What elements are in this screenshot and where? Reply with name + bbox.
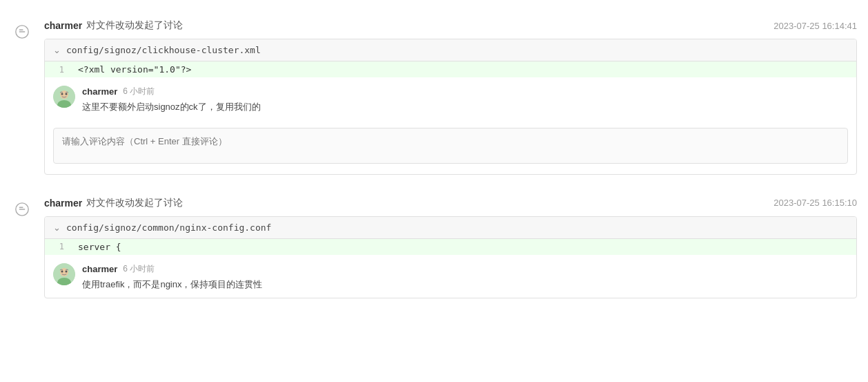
chevron-down-icon: ⌄ — [53, 45, 61, 55]
discussion-item: charmer 对文件改动发起了讨论 2023-07-25 16:14:41 ⌄… — [0, 11, 868, 183]
svg-point-11 — [66, 270, 68, 272]
avatar-face — [53, 263, 75, 285]
line-number: 1 — [45, 65, 72, 75]
svg-point-10 — [61, 270, 63, 272]
discussion-user: charmer — [44, 20, 82, 31]
comment-icon — [14, 24, 30, 39]
svg-point-5 — [66, 93, 68, 95]
code-line: 1 <?xml version="1.0"?> — [45, 61, 856, 77]
comment-time: 6 小时前 — [123, 86, 155, 97]
line-number: 1 — [45, 242, 72, 251]
comment-item: charmer 6 小时前 这里不要额外启动signoz的ck了，复用我们的 — [53, 86, 848, 114]
svg-point-4 — [61, 93, 63, 95]
comments-section: charmer 6 小时前 这里不要额外启动signoz的ck了，复用我们的 — [45, 77, 856, 114]
discussion-content: charmer 对文件改动发起了讨论 2023-07-25 16:15:10 ⌄… — [44, 197, 857, 299]
page-container: charmer 对文件改动发起了讨论 2023-07-25 16:14:41 ⌄… — [0, 0, 868, 382]
file-panel: ⌄ config/signoz/clickhouse-cluster.xml 1… — [44, 39, 857, 175]
file-panel: ⌄ config/signoz/common/nginx-config.conf… — [44, 216, 857, 299]
avatar-face — [53, 86, 75, 108]
comment-input-area — [45, 121, 856, 174]
discussion-icon — [11, 21, 33, 43]
comment-author: charmer — [82, 264, 117, 274]
code-line: 1 server { — [45, 239, 856, 255]
comment-item: charmer 6 小时前 使用traefik，而不是nginx，保持项目的连贯… — [53, 263, 848, 292]
avatar-svg — [53, 86, 75, 108]
file-header: ⌄ config/signoz/clickhouse-cluster.xml — [45, 39, 856, 61]
discussion-header: charmer 对文件改动发起了讨论 2023-07-25 16:14:41 — [44, 19, 857, 32]
comment-author: charmer — [82, 86, 117, 97]
line-code: server { — [72, 242, 121, 252]
discussion-user: charmer — [44, 198, 82, 209]
comment-body: charmer 6 小时前 使用traefik，而不是nginx，保持项目的连贯… — [82, 263, 848, 292]
comments-section: charmer 6 小时前 使用traefik，而不是nginx，保持项目的连贯… — [45, 255, 856, 292]
comment-author-line: charmer 6 小时前 — [82, 263, 848, 275]
avatar — [53, 86, 75, 108]
discussion-item: charmer 对文件改动发起了讨论 2023-07-25 16:15:10 ⌄… — [0, 189, 868, 307]
discussion-content: charmer 对文件改动发起了讨论 2023-07-25 16:14:41 ⌄… — [44, 19, 857, 175]
file-header: ⌄ config/signoz/common/nginx-config.conf — [45, 217, 856, 239]
comment-author-line: charmer 6 小时前 — [82, 86, 848, 97]
discussion-timestamp: 2023-07-25 16:14:41 — [773, 21, 857, 31]
avatar-svg — [53, 263, 75, 285]
comment-time: 6 小时前 — [123, 263, 155, 275]
chevron-down-icon: ⌄ — [53, 222, 61, 233]
discussion-timestamp: 2023-07-25 16:15:10 — [773, 198, 857, 208]
line-code: <?xml version="1.0"?> — [72, 64, 191, 75]
discussion-meta: charmer 对文件改动发起了讨论 — [44, 197, 183, 209]
discussion-action: 对文件改动发起了讨论 — [86, 197, 183, 209]
comment-icon — [14, 202, 30, 217]
comment-body: charmer 6 小时前 这里不要额外启动signoz的ck了，复用我们的 — [82, 86, 848, 114]
discussion-icon — [11, 198, 33, 220]
comment-text: 使用traefik，而不是nginx，保持项目的连贯性 — [82, 278, 848, 292]
file-path: config/signoz/clickhouse-cluster.xml — [66, 45, 261, 55]
comment-text: 这里不要额外启动signoz的ck了，复用我们的 — [82, 100, 848, 114]
discussion-action: 对文件改动发起了讨论 — [86, 19, 183, 32]
avatar — [53, 263, 75, 285]
discussion-meta: charmer 对文件改动发起了讨论 — [44, 19, 183, 32]
discussion-header: charmer 对文件改动发起了讨论 2023-07-25 16:15:10 — [44, 197, 857, 209]
comment-input[interactable] — [53, 128, 848, 164]
file-path: config/signoz/common/nginx-config.conf — [66, 222, 271, 233]
